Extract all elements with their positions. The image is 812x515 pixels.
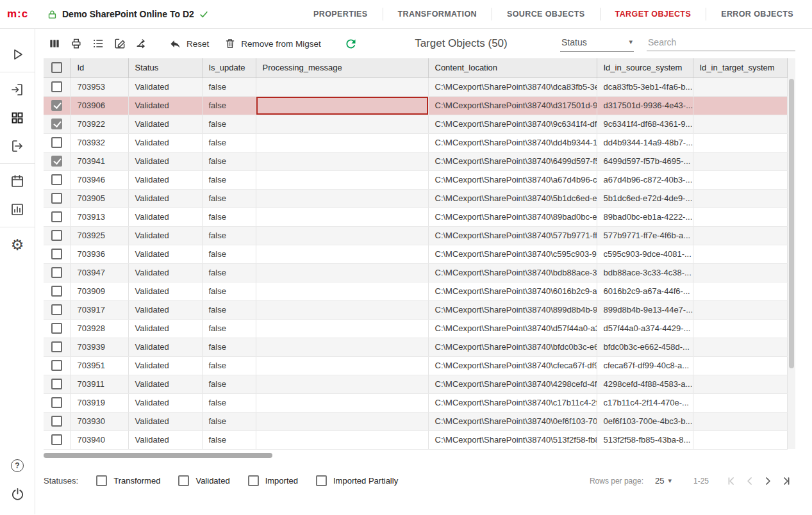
power-icon[interactable] (0, 480, 35, 508)
table-row[interactable]: 703906 Validated false C:\MCexport\Share… (44, 96, 787, 115)
row-checkbox[interactable] (51, 323, 62, 334)
table-row[interactable]: 703932 Validated false C:\MCexport\Share… (44, 133, 787, 152)
table-row[interactable]: 703953 Validated false C:\MCexport\Share… (44, 78, 787, 96)
status-filter-validated[interactable]: Validated (178, 475, 229, 486)
horizontal-scrollbar[interactable] (44, 452, 795, 459)
status-filter-checkbox[interactable] (316, 475, 327, 486)
tab-transformation[interactable]: TRANSFORMATION (383, 0, 492, 28)
select-all-cell (44, 58, 70, 78)
row-checkbox[interactable] (51, 211, 62, 222)
table-row[interactable]: 703919 Validated false C:\MCexport\Share… (44, 393, 787, 412)
row-checkbox[interactable] (51, 119, 62, 129)
row-checkbox[interactable] (51, 174, 62, 185)
tab-error-objects[interactable]: ERROR OBJECTS (706, 0, 808, 28)
row-checkbox[interactable] (51, 137, 62, 148)
table-row[interactable]: 703930 Validated false C:\MCexport\Share… (44, 412, 787, 430)
col-header-status[interactable]: Status (128, 58, 202, 78)
edit-icon[interactable] (109, 33, 131, 54)
col-header-content-location[interactable]: Content_location (428, 58, 597, 78)
cell-id: 703917 (70, 300, 128, 319)
calendar-icon[interactable] (0, 167, 35, 195)
table-row[interactable]: 703925 Validated false C:\MCexport\Share… (44, 226, 787, 245)
status-filter-label: Validated (195, 476, 229, 486)
help-icon[interactable]: ? (0, 452, 35, 480)
table-row[interactable]: 703947 Validated false C:\MCexport\Share… (44, 263, 787, 282)
list-icon[interactable] (87, 33, 109, 54)
col-header-is-update[interactable]: Is_update (202, 58, 256, 78)
cell-id-in-source-system: 4298cefd-4f88-4583-a... (597, 375, 693, 393)
print-icon[interactable] (65, 33, 87, 54)
table-row[interactable]: 703940 Validated false C:\MCexport\Share… (44, 430, 787, 449)
table-row[interactable]: 703905 Validated false C:\MCexport\Share… (44, 189, 787, 208)
status-filter-imported-partially[interactable]: Imported Partially (316, 475, 398, 486)
row-checkbox[interactable] (51, 100, 62, 111)
refresh-button[interactable] (340, 33, 362, 54)
col-header-id-in-source-system[interactable]: Id_in_source_system (597, 58, 693, 78)
row-checkbox[interactable] (51, 156, 62, 167)
status-filter-imported[interactable]: Imported (248, 475, 298, 486)
table-row[interactable]: 703939 Validated false C:\MCexport\Share… (44, 338, 787, 356)
reset-button[interactable]: Reset (162, 38, 217, 50)
horizontal-scrollbar-thumb[interactable] (44, 453, 272, 458)
cell-id-in-source-system: 577b9771-ff7e-4f6b-a... (597, 226, 693, 245)
table-row[interactable]: 703951 Validated false C:\MCexport\Share… (44, 356, 787, 375)
table-row[interactable]: 703911 Validated false C:\MCexport\Share… (44, 375, 787, 393)
table-row[interactable]: 703941 Validated false C:\MCexport\Share… (44, 152, 787, 170)
row-checkbox[interactable] (51, 416, 62, 427)
search-input[interactable] (647, 37, 795, 48)
tab-properties[interactable]: PROPERTIES (299, 0, 383, 28)
next-page-button[interactable] (759, 472, 777, 490)
branch-icon[interactable] (131, 33, 153, 54)
report-icon[interactable] (0, 195, 35, 224)
row-checkbox[interactable] (51, 193, 62, 204)
table-row[interactable]: 703946 Validated false C:\MCexport\Share… (44, 170, 787, 189)
row-checkbox[interactable] (51, 434, 62, 445)
row-checkbox[interactable] (51, 230, 62, 241)
cell-is-update: false (202, 189, 256, 208)
remove-from-migset-button[interactable]: Remove from Migset (217, 38, 329, 49)
table-row[interactable]: 703936 Validated false C:\MCexport\Share… (44, 245, 787, 263)
tab-source-objects[interactable]: SOURCE OBJECTS (492, 0, 600, 28)
table-row[interactable]: 703917 Validated false C:\MCexport\Share… (44, 300, 787, 319)
row-checkbox[interactable] (51, 286, 62, 297)
vertical-scrollbar[interactable] (788, 58, 795, 449)
row-checkbox[interactable] (51, 81, 62, 92)
select-all-checkbox[interactable] (51, 62, 62, 73)
cell-is-update: false (202, 226, 256, 245)
status-filter-checkbox[interactable] (248, 475, 259, 486)
import-icon[interactable] (0, 76, 35, 104)
col-header-id-in-target-system[interactable]: Id_in_target_system (693, 58, 787, 78)
row-checkbox[interactable] (51, 360, 62, 371)
run-icon[interactable] (0, 40, 35, 69)
col-header-id[interactable]: Id (70, 58, 128, 78)
rows-per-page-select[interactable]: 25 ▾ (655, 476, 672, 486)
status-filter-select[interactable]: Status ▾ (560, 36, 634, 52)
row-checkbox[interactable] (51, 379, 62, 389)
table-row[interactable]: 703922 Validated false C:\MCexport\Share… (44, 115, 787, 133)
settings-icon[interactable]: ⚙ (0, 231, 35, 259)
table-row[interactable]: 703928 Validated false C:\MCexport\Share… (44, 319, 787, 338)
tab-target-objects[interactable]: TARGET OBJECTS (601, 0, 706, 28)
logout-icon[interactable] (0, 132, 35, 160)
status-filter-transformed[interactable]: Transformed (96, 475, 160, 486)
cell-id: 703922 (70, 115, 128, 133)
status-filter-checkbox[interactable] (96, 475, 107, 486)
first-page-button[interactable] (723, 472, 741, 490)
previous-page-button[interactable] (741, 472, 759, 490)
row-checkbox[interactable] (51, 267, 62, 278)
table-row[interactable]: 703913 Validated false C:\MCexport\Share… (44, 208, 787, 226)
row-checkbox[interactable] (51, 249, 62, 259)
row-checkbox[interactable] (51, 304, 62, 315)
vertical-scrollbar-thumb[interactable] (789, 79, 794, 368)
row-checkbox[interactable] (51, 397, 62, 408)
cell-content-location: C:\MCexport\SharePoint\38740\cfeca67f-df… (428, 356, 597, 375)
status-filter-checkbox[interactable] (178, 475, 189, 486)
col-header-processing-message[interactable]: Processing_message (256, 58, 428, 78)
cell-id: 703928 (70, 319, 128, 338)
last-page-button[interactable] (777, 472, 795, 490)
row-checkbox[interactable] (51, 341, 62, 352)
columns-icon[interactable] (44, 33, 65, 54)
grid-icon[interactable] (0, 104, 35, 132)
cell-status: Validated (128, 300, 202, 319)
table-row[interactable]: 703909 Validated false C:\MCexport\Share… (44, 282, 787, 300)
